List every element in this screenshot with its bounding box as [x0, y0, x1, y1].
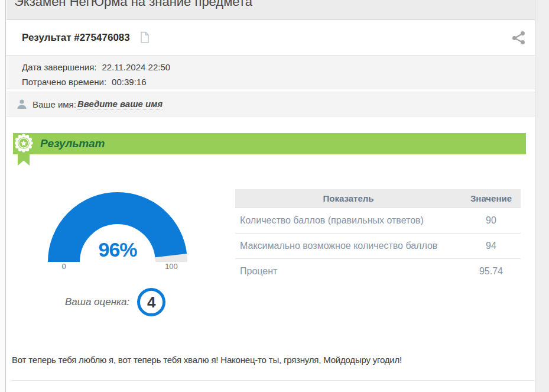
metric-label: Процент	[235, 266, 462, 277]
grade-badge: 4	[137, 288, 165, 316]
medal-ribbon-icon	[15, 134, 36, 170]
test-title: Экзамен НегЮрма на знание предмета	[14, 0, 535, 9]
metric-label: Максимально возможное количество баллов	[235, 241, 462, 251]
page-left-margin	[0, 0, 6, 392]
time-spent-value: 00:39:16	[112, 77, 146, 87]
finish-date-row: Дата завершения:22.11.2024 22:50	[22, 60, 535, 74]
time-spent-label: Потрачено времени:	[22, 77, 106, 87]
gauge-max-label: 100	[163, 262, 180, 271]
enter-name-link[interactable]: Введите ваше имя	[77, 99, 163, 109]
table-row: Процент 95.74	[235, 259, 521, 284]
time-spent-row: Потрачено времени:00:39:16	[22, 74, 535, 89]
value-column-header: Значение	[462, 193, 521, 203]
share-button[interactable]	[511, 30, 527, 46]
copy-document-icon	[139, 31, 150, 44]
metric-column-header: Показатель	[235, 193, 462, 203]
grade-label: Ваша оценка:	[65, 296, 129, 308]
metric-value: 95.74	[462, 266, 521, 277]
gauge-min-label: 0	[56, 262, 72, 271]
completion-meta-section: Дата завершения:22.11.2024 22:50 Потраче…	[7, 55, 535, 89]
score-table-header: Показатель Значение	[235, 189, 521, 208]
table-row: Максимально возможное количество баллов …	[235, 234, 521, 259]
user-name-section: Ваше имя: Введите ваше имя	[7, 92, 535, 116]
score-table: Показатель Значение Количество баллов (п…	[235, 189, 521, 284]
grade-row: Ваша оценка: 4	[65, 287, 165, 317]
result-header-bar: Результат #275476083	[7, 20, 535, 55]
finish-date-label: Дата завершения:	[22, 62, 96, 72]
copy-result-id-button[interactable]	[139, 31, 150, 44]
test-title-bar: Экзамен НегЮрма на знание предмета	[7, 0, 535, 20]
metric-value: 94	[462, 241, 521, 251]
person-icon	[17, 99, 27, 110]
result-id-title: Результат #275476083	[22, 32, 130, 44]
page-right-margin	[535, 0, 549, 392]
result-section-title: Результат	[13, 133, 526, 154]
share-icon	[511, 30, 527, 46]
result-page: Экзамен НегЮрма на знание предмета Резул…	[0, 0, 549, 392]
user-name-label: Ваше имя:	[33, 99, 76, 109]
finish-date-value: 22.11.2024 22:50	[102, 62, 170, 72]
gauge-percent-label: 96%	[48, 238, 187, 261]
feedback-text: Вот теперь тебя люблю я, вот теперь тебя…	[12, 355, 402, 365]
metric-value: 90	[462, 215, 521, 226]
content-panel: Экзамен НегЮрма на знание предмета Резул…	[7, 0, 535, 392]
bottom-divider	[12, 380, 535, 381]
result-section-banner: Результат	[13, 133, 526, 154]
metric-label: Количество баллов (правильных ответов)	[235, 215, 462, 226]
percent-gauge: 96% 0 100	[48, 191, 187, 280]
table-row: Количество баллов (правильных ответов) 9…	[235, 208, 521, 234]
